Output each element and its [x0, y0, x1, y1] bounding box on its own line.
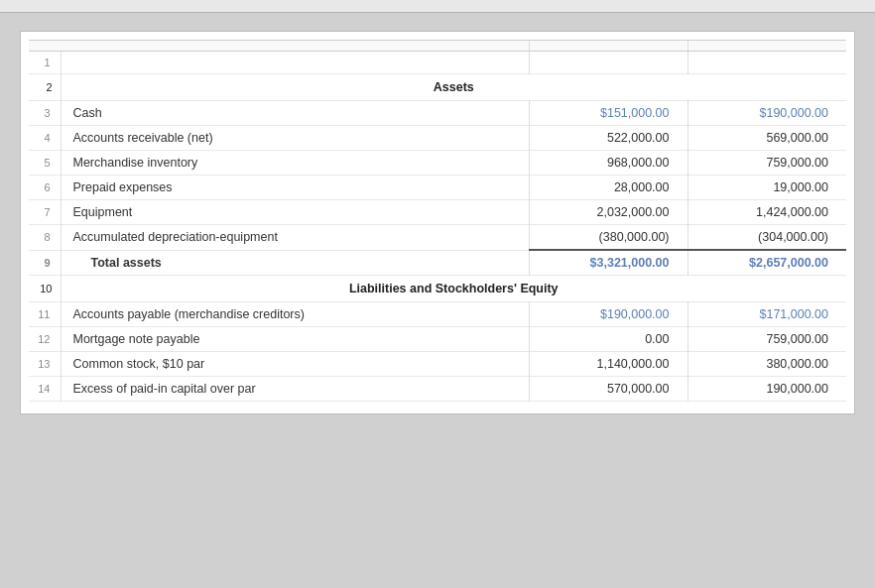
- row-val1: [529, 52, 688, 74]
- table-row: 13 Common stock, $10 par 1,140,000.00 38…: [29, 352, 846, 377]
- row-val2: 759,000.00: [688, 151, 846, 176]
- row-num: 4: [29, 126, 61, 151]
- instructions-bar: [0, 0, 875, 13]
- table-row: 9 Total assets $3,321,000.00 $2,657,000.…: [29, 250, 846, 276]
- row-val1: 28,000.00: [529, 176, 688, 200]
- row-val1: 0.00: [529, 327, 688, 352]
- row-label: Accounts payable (merchandise creditors): [61, 302, 529, 327]
- row-val2: $190,000.00: [688, 101, 846, 126]
- row-val2: $171,000.00: [688, 302, 846, 327]
- table-row: 5 Merchandise inventory 968,000.00 759,0…: [29, 151, 846, 176]
- row-num: 5: [29, 151, 61, 176]
- table-header-row: [29, 41, 846, 52]
- row-label: Accounts receivable (net): [61, 126, 529, 151]
- row-val2: 759,000.00: [688, 327, 846, 352]
- table-row: 12 Mortgage note payable 0.00 759,000.00: [29, 327, 846, 352]
- table-row: 11 Accounts payable (merchandise credito…: [29, 302, 846, 327]
- table-row: 14 Excess of paid-in capital over par 57…: [29, 377, 846, 402]
- row-val1: $190,000.00: [529, 302, 688, 327]
- row-label: Cash: [61, 101, 529, 126]
- row-label: Prepaid expenses: [61, 176, 529, 200]
- row-label: Accumulated depreciation-equipment: [61, 225, 529, 251]
- row-num: 12: [29, 327, 61, 352]
- row-num: 2: [29, 74, 61, 101]
- row-val1: 570,000.00: [529, 377, 688, 402]
- row-val2: 1,424,000.00: [688, 200, 846, 225]
- header-num: [29, 41, 61, 52]
- row-label: Common stock, $10 par: [61, 352, 529, 377]
- row-num: 3: [29, 101, 61, 126]
- row-label: Total assets: [61, 250, 529, 276]
- header-label: [61, 41, 529, 52]
- row-val1: (380,000.00): [529, 225, 688, 251]
- row-val1: $3,321,000.00: [529, 250, 688, 276]
- row-num: 9: [29, 250, 61, 276]
- section-header-label: Assets: [61, 74, 846, 101]
- row-label: [61, 52, 529, 74]
- table-row: 8 Accumulated depreciation-equipment (38…: [29, 225, 846, 251]
- row-num: 11: [29, 302, 61, 327]
- row-val2: 19,000.00: [688, 176, 846, 200]
- row-val2: 190,000.00: [688, 377, 846, 402]
- row-num: 10: [29, 276, 61, 302]
- header-col1: [529, 41, 688, 52]
- row-num: 13: [29, 352, 61, 377]
- row-val2: $2,657,000.00: [688, 250, 846, 276]
- table-row: 4 Accounts receivable (net) 522,000.00 5…: [29, 126, 846, 151]
- row-val2: 380,000.00: [688, 352, 846, 377]
- row-label: Mortgage note payable: [61, 327, 529, 352]
- row-val1: 522,000.00: [529, 126, 688, 151]
- row-num: 7: [29, 200, 61, 225]
- balance-sheet-table: 1 2 Assets 3 Cash $151,000.00 $190,000.0…: [29, 40, 846, 402]
- row-label: Equipment: [61, 200, 529, 225]
- table-row: 3 Cash $151,000.00 $190,000.00: [29, 101, 846, 126]
- row-val1: 1,140,000.00: [529, 352, 688, 377]
- row-val2: 569,000.00: [688, 126, 846, 151]
- table-row: 7 Equipment 2,032,000.00 1,424,000.00: [29, 200, 846, 225]
- table-row: 2 Assets: [29, 74, 846, 101]
- table-row: 10 Liabilities and Stockholders' Equity: [29, 276, 846, 302]
- row-val1: 968,000.00: [529, 151, 688, 176]
- row-val1: $151,000.00: [529, 101, 688, 126]
- main-area: 1 2 Assets 3 Cash $151,000.00 $190,000.0…: [0, 13, 875, 432]
- row-label: Excess of paid-in capital over par: [61, 377, 529, 402]
- table-row: 1: [29, 52, 846, 74]
- row-num: 1: [29, 52, 61, 74]
- row-val2: [688, 52, 846, 74]
- table-row: 6 Prepaid expenses 28,000.00 19,000.00: [29, 176, 846, 200]
- row-val2: (304,000.00): [688, 225, 846, 251]
- section-header-label: Liabilities and Stockholders' Equity: [61, 276, 846, 302]
- header-col2: [688, 41, 846, 52]
- row-num: 6: [29, 176, 61, 200]
- row-num: 14: [29, 377, 61, 402]
- row-num: 8: [29, 225, 61, 251]
- table-container: 1 2 Assets 3 Cash $151,000.00 $190,000.0…: [20, 31, 855, 414]
- row-label: Merchandise inventory: [61, 151, 529, 176]
- row-val1: 2,032,000.00: [529, 200, 688, 225]
